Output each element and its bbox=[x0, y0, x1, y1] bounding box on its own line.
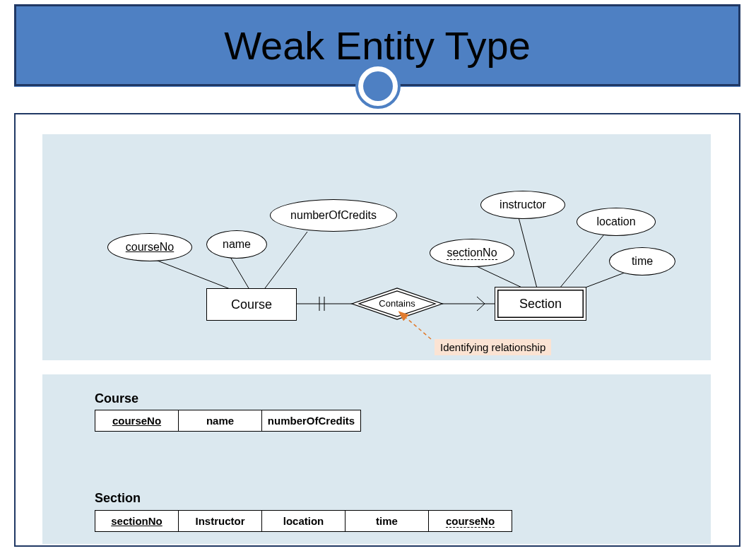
schema-course-row: courseNo name numberOfCredits bbox=[95, 410, 361, 432]
schema-section-label: Section bbox=[95, 491, 141, 506]
attr-numberofcredits: numberOfCredits bbox=[270, 199, 397, 232]
attr-instructor: instructor bbox=[480, 191, 565, 219]
page-title: Weak Entity Type bbox=[224, 23, 531, 69]
schema-cell: location bbox=[262, 510, 345, 532]
entity-section-weak: Section bbox=[495, 287, 586, 321]
entity-course: Course bbox=[206, 288, 297, 321]
schema-course-label: Course bbox=[95, 391, 138, 406]
schema-section-row: sectionNo Instructor location time cours… bbox=[95, 510, 512, 532]
attr-location: location bbox=[577, 208, 656, 236]
schema-cell: time bbox=[345, 510, 429, 532]
schema-cell: Instructor bbox=[179, 510, 262, 532]
schema-cell: courseNo bbox=[95, 410, 179, 432]
schema-cell: courseNo bbox=[429, 510, 512, 532]
attr-sectionno: sectionNo bbox=[430, 239, 514, 267]
schema-cell: name bbox=[179, 410, 262, 432]
schema-cell: sectionNo bbox=[95, 510, 179, 532]
attr-time: time bbox=[609, 247, 675, 276]
attr-name: name bbox=[206, 230, 267, 259]
circle-decoration bbox=[355, 64, 401, 109]
attr-courseno: courseNo bbox=[107, 233, 192, 261]
schema-cell: numberOfCredits bbox=[262, 410, 361, 432]
annotation-identifying-relationship: Identifying relationship bbox=[435, 339, 551, 355]
